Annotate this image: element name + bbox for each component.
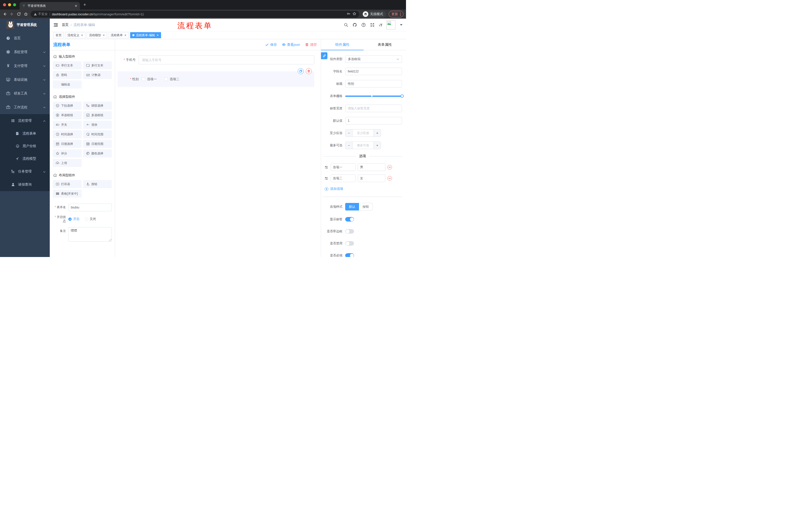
sidebar-item-task-management[interactable]: 任务管理 — [0, 165, 50, 178]
browser-tab[interactable]: 芋道管理系统 ✕ — [20, 2, 80, 9]
tab-form-properties[interactable]: 表单属性 — [364, 39, 406, 50]
component-slider[interactable]: 滑块 — [83, 121, 112, 129]
required-toggle[interactable] — [345, 253, 354, 257]
sidebar-item-home[interactable]: 首页 — [0, 31, 50, 45]
min-select-input[interactable] — [352, 130, 374, 137]
component-single-line-text[interactable]: 单行文本 — [53, 61, 82, 70]
checkbox-option-2[interactable]: 选项二 — [164, 77, 179, 81]
disabled-toggle[interactable] — [345, 241, 354, 246]
checkbox-option-1[interactable]: 选项一 — [142, 77, 157, 81]
remove-option-button[interactable] — [387, 165, 392, 169]
zoom-window-button[interactable] — [13, 3, 16, 6]
update-button[interactable]: 更新 — [389, 11, 404, 17]
option-label-input[interactable] — [330, 163, 356, 171]
component-editor[interactable]: 编辑器 — [53, 80, 82, 88]
component-upload[interactable]: 上传 — [53, 159, 82, 167]
avatar[interactable] — [386, 20, 396, 29]
field-name-input[interactable] — [345, 67, 402, 75]
sidebar-item-process-management[interactable]: 流程管理 — [0, 114, 50, 127]
sidebar-item-system[interactable]: 系统管理 — [0, 45, 50, 59]
checkbox-box[interactable] — [142, 77, 145, 81]
breadcrumb-home[interactable]: 首页 — [62, 23, 68, 27]
back-icon[interactable] — [2, 12, 7, 16]
sidebar-item-process-model[interactable]: 流程模型 — [0, 153, 50, 165]
radio-off[interactable] — [85, 218, 88, 221]
form-remark-textarea[interactable]: 嘿嘿 — [68, 227, 112, 242]
component-type-select[interactable]: 多选框组 — [345, 55, 402, 63]
option-label-input[interactable] — [330, 174, 356, 182]
delete-widget-button[interactable] — [306, 68, 312, 74]
component-password[interactable]: 密码 — [53, 71, 82, 79]
save-button[interactable]: 保存 — [265, 43, 277, 47]
password-key-icon[interactable] — [347, 12, 350, 17]
style-default-button[interactable]: 默认 — [345, 203, 359, 211]
github-icon[interactable] — [352, 23, 357, 27]
link-tag-button[interactable] — [321, 52, 327, 59]
home-icon[interactable] — [24, 12, 28, 16]
drag-handle-icon[interactable] — [324, 176, 329, 181]
forward-icon[interactable] — [9, 12, 14, 16]
form-grid-slider[interactable] — [345, 92, 402, 100]
component-time-range[interactable]: 时间范围 — [83, 130, 112, 138]
help-icon[interactable] — [361, 23, 366, 27]
address-bar[interactable]: 不安全 dashboard.yudao.iocoder.cn/bpm/manag… — [31, 11, 359, 18]
tag-process-form[interactable]: 流程表单✕ — [108, 32, 128, 38]
component-table-dev[interactable]: 表格[开发中] — [53, 190, 82, 198]
search-icon[interactable] — [344, 23, 348, 27]
radio-on[interactable] — [68, 218, 71, 221]
not-secure-warning-icon[interactable]: 不安全 — [34, 12, 48, 16]
sidebar-item-devtools[interactable]: 研发工具 — [0, 86, 50, 100]
view-json-button[interactable]: 查看json — [282, 43, 300, 47]
component-switch[interactable]: 开关 — [53, 121, 82, 129]
slider-handle[interactable] — [401, 94, 404, 98]
checkbox-box[interactable] — [164, 77, 168, 81]
sidebar-logo[interactable]: 芋道管理系统 — [0, 19, 50, 31]
sidebar-item-leave-query[interactable]: 请假查询 — [0, 178, 50, 191]
component-multi-line-text[interactable]: 多行文本 — [83, 61, 112, 70]
properties-scroll[interactable]: 组件类型 多选框组 字段名 — [321, 50, 406, 257]
remove-option-button[interactable] — [387, 176, 392, 181]
label-width-input[interactable] — [345, 105, 402, 112]
show-label-toggle[interactable] — [345, 217, 354, 221]
sidebar-item-process-form[interactable]: 流程表单 — [0, 127, 50, 140]
sidebar-item-infrastructure[interactable]: 基础设施 — [0, 73, 50, 86]
browser-menu-icon[interactable] — [400, 12, 401, 16]
selected-widget-gender[interactable]: 性别 选项一 选项二 — [118, 72, 314, 87]
new-tab-button[interactable]: + — [83, 2, 86, 7]
component-rate[interactable]: 评分 — [53, 150, 82, 157]
component-color-picker[interactable]: 颜色选择 — [83, 150, 112, 157]
tag-close-icon[interactable]: ✕ — [156, 34, 159, 37]
component-date-picker[interactable]: 日期选择 — [53, 140, 82, 148]
tag-home[interactable]: 首页 — [53, 32, 64, 38]
component-radio-group[interactable]: 单选框组 — [53, 111, 82, 119]
style-button-button[interactable]: 按钮 — [359, 203, 373, 211]
font-size-icon[interactable]: тT — [379, 23, 382, 27]
component-time-picker[interactable]: 时间选择 — [53, 130, 82, 138]
tag-close-icon[interactable]: ✕ — [103, 34, 105, 37]
title-input[interactable] — [345, 80, 402, 87]
stepper-increase-button[interactable]: + — [374, 142, 381, 149]
component-dropdown-select[interactable]: 下拉选择 — [53, 102, 82, 110]
clear-button[interactable]: 清空 — [305, 43, 317, 47]
bookmark-star-icon[interactable] — [352, 12, 356, 17]
slider-track[interactable] — [345, 96, 402, 97]
component-button[interactable]: 按钮 — [83, 180, 112, 188]
sidebar-collapse-icon[interactable] — [53, 22, 58, 27]
component-date-range[interactable]: 日期范围 — [83, 140, 112, 148]
tag-close-icon[interactable]: ✕ — [81, 34, 83, 37]
tag-process-definition[interactable]: 流程定义✕ — [65, 32, 85, 38]
fullscreen-icon[interactable] — [370, 23, 375, 27]
minimize-window-button[interactable] — [8, 3, 11, 6]
component-checkbox-group[interactable]: 多选框组 — [83, 111, 112, 119]
component-counter[interactable]: 123计数器 — [83, 71, 112, 79]
option-value-input[interactable] — [358, 174, 385, 182]
option-value-input[interactable] — [358, 163, 385, 171]
phone-field-row[interactable]: 手机号 — [118, 55, 314, 64]
tab-component-properties[interactable]: 组件属性 — [321, 39, 364, 50]
phone-input[interactable] — [139, 55, 314, 64]
stepper-decrease-button[interactable]: − — [345, 130, 352, 137]
tag-process-form-edit[interactable]: 流程表单-编辑✕ — [130, 32, 161, 38]
sidebar-item-payment[interactable]: ¥ 支付管理 — [0, 59, 50, 73]
form-name-input[interactable] — [68, 204, 112, 211]
component-cascade-select[interactable]: 级联选择 — [83, 102, 112, 110]
